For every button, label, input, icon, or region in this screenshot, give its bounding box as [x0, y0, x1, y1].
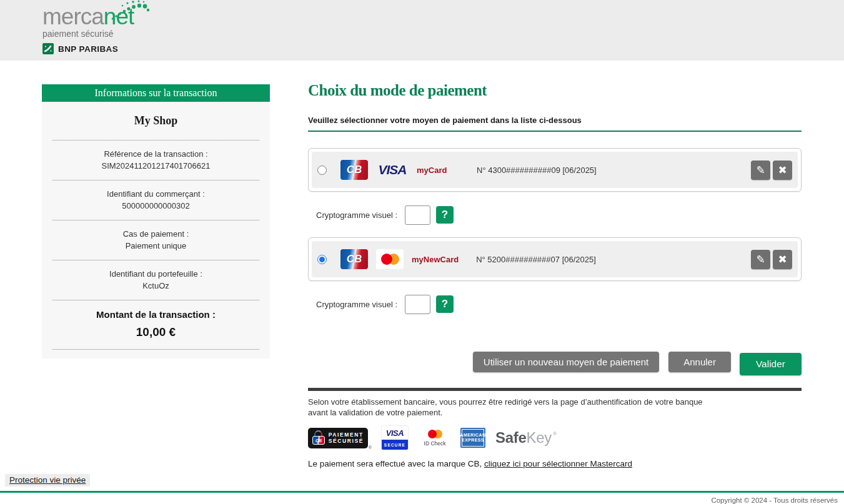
bank-redirect-notice-line2: avant la validation de votre paiement.	[308, 408, 802, 418]
security-badges-row: CB PAIEMENT SÉCURISÉ ® VISA SECURE ID Ch…	[308, 426, 802, 450]
visa-secure-badge: VISA SECURE	[382, 426, 408, 450]
privacy-policy-link[interactable]: Protection vie privée	[5, 474, 90, 487]
cvv-input-mycard[interactable]	[405, 205, 430, 225]
validate-button[interactable]: Valider	[740, 353, 802, 375]
card-brand-notice-text: Le paiement sera effectué avec la marque…	[308, 459, 484, 468]
logo-dots-decoration	[105, 0, 150, 24]
paiement-securise-badge: CB PAIEMENT SÉCURISÉ ®	[308, 428, 368, 448]
transaction-amount-value: 10,00 €	[42, 325, 270, 339]
saved-card-row-mycard[interactable]: CB VISA myCard N° 4300##########09 [06/2…	[312, 152, 798, 188]
page-title: Choix du mode de paiement	[308, 82, 802, 99]
transaction-reference-label: Référence de la transaction :	[42, 148, 270, 160]
delete-icon: ✖	[778, 164, 787, 177]
action-buttons-row: Utiliser un nouveau moyen de paiement An…	[308, 352, 802, 374]
card-masked-number: N° 5200##########07 [06/2025]	[476, 255, 596, 264]
safekey-badge: SafeKey ®	[495, 429, 557, 447]
help-icon: ?	[442, 298, 448, 310]
card-alias: myNewCard	[412, 255, 459, 264]
bank-redirect-notice-line1: Selon votre établissement bancaire, vous…	[308, 397, 802, 408]
mastercard-brand-icon	[376, 249, 404, 269]
transaction-reference-field: Référence de la transaction : SIM2024112…	[42, 141, 270, 180]
cvv-row-mynewcard: Cryptogramme visuel : ?	[316, 294, 802, 315]
payment-case-field: Cas de paiement : Paiement unique	[42, 220, 270, 260]
cb-card-brand-icon: CB	[340, 160, 368, 180]
help-icon: ?	[442, 209, 448, 221]
copyright-text: Copyright © 2024 - Tous droits réservés	[711, 497, 838, 504]
delete-icon: ✖	[778, 253, 787, 266]
mercanet-logo: mercanet paiement sécurisé BNP PARIBAS	[42, 6, 134, 54]
edit-card-button[interactable]: ✎	[751, 250, 770, 269]
cvv-help-button[interactable]: ?	[436, 295, 454, 313]
registered-mark: ®	[553, 431, 557, 437]
saved-card-box-mycard: CB VISA myCard N° 4300##########09 [06/2…	[308, 148, 802, 192]
card-radio-mycard[interactable]	[317, 166, 327, 175]
card-brand-notice: Le paiement sera effectué avec la marque…	[308, 459, 802, 468]
card-alias: myCard	[417, 166, 459, 175]
transaction-info-title: Informations sur la transaction	[42, 84, 270, 102]
cancel-button[interactable]: Annuler	[668, 352, 731, 372]
cb-mini-card-icon: CB	[312, 436, 325, 445]
saved-card-box-mynewcard: CB myNewCard N° 5200##########07 [06/202…	[308, 237, 802, 281]
edit-icon: ✎	[756, 253, 765, 266]
mastercard-id-check-badge: ID Check	[420, 430, 449, 447]
registered-mark: ®	[369, 445, 372, 450]
edit-card-button[interactable]: ✎	[751, 161, 770, 180]
merchant-id-label: Identifiant du commerçant :	[42, 188, 270, 200]
amex-line2: EXPRESS	[462, 438, 484, 443]
cvv-input-mynewcard[interactable]	[405, 295, 430, 314]
mercanet-wordmark: mercanet	[42, 6, 134, 28]
delete-card-button[interactable]: ✖	[773, 250, 792, 269]
top-header-bar: mercanet paiement sécurisé BNP PARIBAS	[0, 0, 844, 61]
bnp-paribas-icon	[42, 43, 54, 54]
brand-text-merca: merca	[42, 4, 104, 29]
cb-card-brand-icon: CB	[340, 249, 368, 269]
cvv-label: Cryptogramme visuel :	[316, 210, 397, 220]
payment-choice-section: Choix du mode de paiement Veuillez sélec…	[308, 82, 802, 468]
transaction-reference-value: SIM202411201217401706621	[42, 160, 270, 172]
visa-brand-icon: VISA	[376, 162, 409, 177]
cvv-row-mycard: Cryptogramme visuel : ?	[316, 204, 802, 225]
new-payment-method-button[interactable]: Utiliser un nouveau moyen de paiement	[473, 352, 659, 372]
bnp-paribas-logo: BNP PARIBAS	[42, 43, 134, 54]
delete-card-button[interactable]: ✖	[773, 161, 792, 180]
paiement-securise-line1: PAIEMENT	[329, 432, 364, 438]
merchant-id-field: Identifiant du commerçant : 500000000000…	[42, 180, 270, 220]
transaction-amount-label: Montant de la transaction :	[42, 309, 270, 320]
secure-lock-icon: CB	[312, 430, 324, 445]
footer-divider	[0, 491, 844, 493]
wallet-id-value: KctuOz	[42, 280, 270, 292]
logo-tagline: paiement sécurisé	[42, 29, 134, 39]
visa-secure-label: SECURE	[382, 440, 408, 450]
card-masked-number: N° 4300##########09 [06/2025]	[477, 166, 597, 175]
payment-case-value: Paiement unique	[42, 240, 270, 252]
edit-icon: ✎	[756, 164, 765, 177]
paiement-securise-line2: SÉCURISÉ	[329, 438, 364, 445]
transaction-amount-block: Montant de la transaction : 10,00 €	[42, 300, 270, 349]
transaction-info-body: My Shop Référence de la transaction : SI…	[42, 102, 270, 358]
visa-secure-brand: VISA	[382, 426, 408, 440]
bank-redirect-notice: Selon votre établissement bancaire, vous…	[308, 397, 802, 418]
mastercard-orange-circle	[388, 254, 399, 265]
payment-case-label: Cas de paiement :	[42, 228, 270, 240]
safekey-key-text: Key	[527, 429, 552, 446]
wallet-id-label: Identifiant du portefeuille :	[42, 268, 270, 280]
saved-card-row-mynewcard[interactable]: CB myNewCard N° 5200##########07 [06/202…	[312, 241, 798, 277]
mastercard-circles-icon	[428, 430, 442, 438]
transaction-info-panel: Informations sur la transaction My Shop …	[42, 84, 270, 358]
bnp-paribas-text: BNP PARIBAS	[58, 44, 118, 54]
section-divider	[308, 388, 802, 391]
instruction-text: Veuillez sélectionner votre moyen de pai…	[308, 116, 802, 125]
amex-line1: AMERICAN	[460, 433, 486, 438]
safekey-safe-text: Safe	[495, 429, 527, 446]
cvv-label: Cryptogramme visuel :	[316, 300, 397, 309]
cvv-help-button[interactable]: ?	[436, 206, 454, 224]
id-check-label: ID Check	[424, 440, 446, 447]
merchant-id-value: 500000000000302	[42, 200, 270, 212]
wallet-id-field: Identifiant du portefeuille : KctuOz	[42, 260, 270, 300]
title-underline	[308, 131, 802, 132]
select-mastercard-link[interactable]: cliquez ici pour sélectionner Mastercard	[484, 459, 632, 468]
american-express-badge: AMERICAN EXPRESS	[460, 428, 485, 448]
shop-name: My Shop	[42, 114, 270, 127]
card-radio-mynewcard[interactable]	[317, 255, 327, 264]
